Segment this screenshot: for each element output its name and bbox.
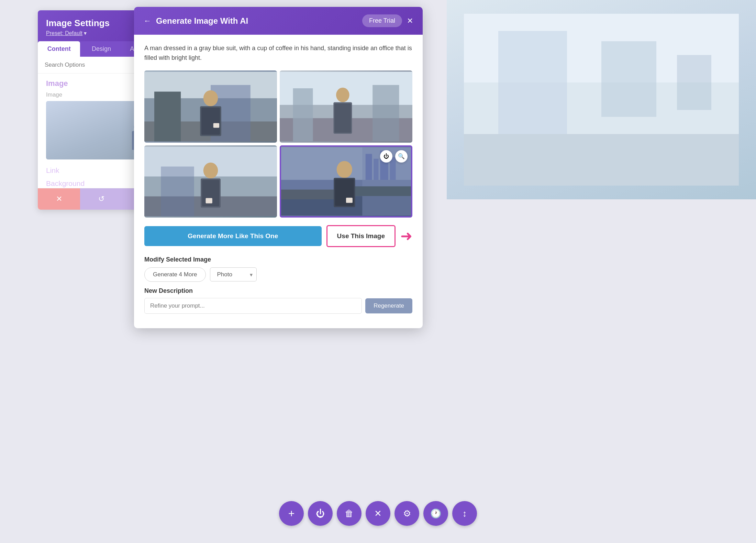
modal-header-left: ← Generate Image With AI xyxy=(144,16,248,26)
image-cell-2[interactable] xyxy=(280,70,412,143)
background-image-area xyxy=(447,0,756,199)
image-cell-3[interactable] xyxy=(144,145,277,218)
power-icon-btn[interactable]: ⏻ xyxy=(380,150,392,163)
photo-select-wrapper: Photo Illustration Sketch Painting xyxy=(210,267,257,281)
office-image-1-svg xyxy=(144,70,277,143)
image-grid: ⏻ 🔍 xyxy=(144,70,412,218)
svg-point-27 xyxy=(203,163,218,178)
svg-rect-26 xyxy=(161,166,194,216)
modify-section: Modify Selected Image Generate 4 More Ph… xyxy=(144,256,412,282)
prompt-text: A man dressed in a gray blue suit, with … xyxy=(144,44,412,63)
svg-rect-36 xyxy=(353,186,411,196)
generate-image-modal: ← Generate Image With AI Free Trial ✕ A … xyxy=(134,7,423,328)
svg-rect-14 xyxy=(213,123,219,128)
toolbar-power-icon: ⏻ xyxy=(316,508,325,519)
bg-office-svg xyxy=(464,14,739,186)
svg-point-37 xyxy=(337,161,352,178)
svg-rect-3 xyxy=(601,41,656,117)
toolbar-close-button[interactable]: ✕ xyxy=(366,501,390,526)
svg-rect-13 xyxy=(201,108,220,135)
svg-point-11 xyxy=(203,90,218,106)
office-image-3-svg xyxy=(144,145,277,218)
refine-prompt-input[interactable] xyxy=(144,298,362,314)
svg-rect-35 xyxy=(281,189,340,199)
close-icon: ✕ xyxy=(374,508,382,519)
modify-row: Generate 4 More Photo Illustration Sketc… xyxy=(144,267,412,282)
svg-rect-30 xyxy=(206,198,212,203)
svg-rect-22 xyxy=(334,103,351,133)
free-trial-badge: Free Trial xyxy=(362,14,402,27)
modal-body: A man dressed in a gray blue suit, with … xyxy=(134,35,423,328)
generate-4-button[interactable]: Generate 4 More xyxy=(144,267,206,282)
toolbar-settings-button[interactable]: ⚙ xyxy=(394,501,419,526)
new-description-section: New Description Regenerate xyxy=(144,287,412,314)
image-cell-1[interactable] xyxy=(144,70,277,143)
svg-rect-2 xyxy=(498,31,567,134)
image-cell-4[interactable]: ⏻ 🔍 xyxy=(280,145,412,218)
office-image-2-svg xyxy=(280,70,412,143)
use-image-button[interactable]: Use This Image xyxy=(326,225,396,247)
svg-rect-5 xyxy=(464,134,739,186)
regenerate-button[interactable]: Regenerate xyxy=(365,298,412,313)
svg-rect-18 xyxy=(293,88,313,141)
arrow-indicator: ➜ xyxy=(400,229,412,243)
reorder-icon: ↕ xyxy=(463,508,467,519)
action-buttons-row: Generate More Like This One Use This Ima… xyxy=(144,225,412,247)
new-description-row: Regenerate xyxy=(144,298,412,314)
zoom-icon: 🔍 xyxy=(398,153,405,159)
trash-icon: 🗑 xyxy=(345,508,354,519)
toolbar-delete-button[interactable]: 🗑 xyxy=(337,501,362,526)
modal-title: Generate Image With AI xyxy=(156,16,248,26)
back-icon[interactable]: ← xyxy=(144,16,151,25)
toolbar-reorder-button[interactable]: ↕ xyxy=(452,501,477,526)
modal-close-button[interactable]: ✕ xyxy=(407,16,413,25)
power-icon: ⏻ xyxy=(383,153,389,159)
image-cell-4-icons: ⏻ 🔍 xyxy=(380,150,408,163)
cancel-button[interactable]: ✕ xyxy=(38,188,80,210)
svg-rect-19 xyxy=(373,85,399,141)
svg-rect-41 xyxy=(366,154,372,180)
svg-rect-40 xyxy=(346,198,353,203)
plus-icon: + xyxy=(288,507,295,520)
photo-style-select[interactable]: Photo Illustration Sketch Painting xyxy=(210,267,257,281)
tab-design[interactable]: Design xyxy=(80,41,122,57)
toolbar-add-button[interactable]: + xyxy=(279,501,304,526)
svg-rect-42 xyxy=(374,159,378,180)
bg-image-inner xyxy=(447,0,756,199)
toolbar-power-button[interactable]: ⏻ xyxy=(308,501,333,526)
svg-rect-4 xyxy=(677,55,711,110)
new-description-title: New Description xyxy=(144,287,412,295)
undo-button[interactable]: ↺ xyxy=(80,188,122,210)
modal-header: ← Generate Image With AI Free Trial ✕ xyxy=(134,7,423,35)
toolbar-history-button[interactable]: 🕐 xyxy=(423,501,448,526)
modify-title: Modify Selected Image xyxy=(144,256,412,263)
generate-more-button[interactable]: Generate More Like This One xyxy=(144,226,322,246)
svg-rect-9 xyxy=(154,91,181,141)
gear-icon: ⚙ xyxy=(403,508,411,519)
modal-header-right: Free Trial ✕ xyxy=(362,14,413,27)
bottom-toolbar: + ⏻ 🗑 ✕ ⚙ 🕐 ↕ xyxy=(279,501,477,526)
clock-icon: 🕐 xyxy=(430,508,441,519)
zoom-icon-btn[interactable]: 🔍 xyxy=(395,150,408,163)
svg-point-20 xyxy=(336,88,349,102)
tab-content[interactable]: Content xyxy=(38,41,80,57)
